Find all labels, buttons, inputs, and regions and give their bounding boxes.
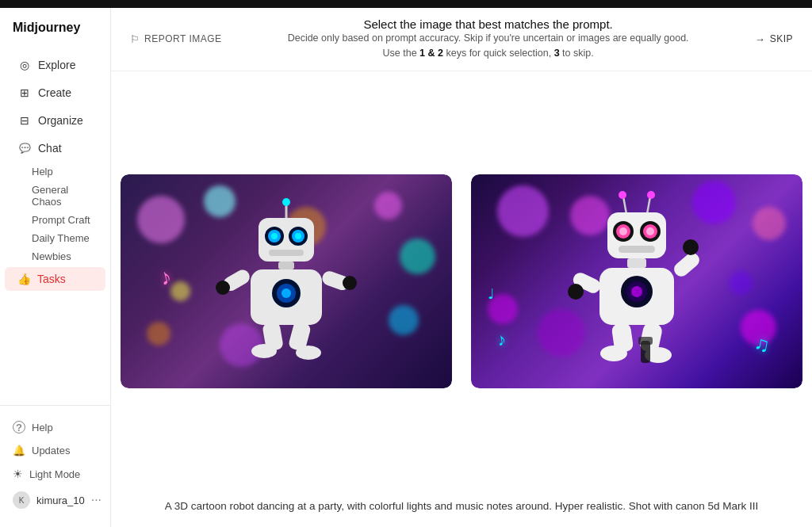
svg-point-46: [600, 346, 627, 361]
avatar: K: [13, 491, 30, 509]
sidebar-nav: Explore Create Organize Chat Help Genera…: [0, 51, 110, 405]
svg-point-33: [646, 227, 654, 235]
prompt-text: A 3D cartoon robot dancing at a party, w…: [165, 500, 759, 512]
main-content: ⚐ REPORT IMAGE Select the image that bes…: [111, 8, 812, 527]
chat-sub-nav: Help General Chaos Prompt Craft Daily Th…: [0, 162, 110, 265]
svg-rect-9: [269, 250, 304, 256]
skip-label: SKIP: [770, 33, 793, 44]
sidebar-item-updates[interactable]: 🔔 Updates: [0, 439, 110, 462]
svg-rect-49: [638, 337, 653, 345]
key-hint-3: 3: [554, 48, 560, 59]
user-row[interactable]: K kimura_10 ···: [0, 486, 110, 514]
header-center: Select the image that best matches the p…: [222, 17, 755, 61]
robot-image-1-bg: ♪: [121, 174, 452, 388]
sidebar-item-help-bottom[interactable]: ? Help: [0, 415, 110, 439]
tasks-label: Tasks: [37, 273, 66, 285]
sidebar-label-create: Create: [38, 86, 71, 99]
light-mode-label: Light Mode: [29, 468, 80, 480]
sun-icon: ☀: [13, 468, 23, 480]
top-bar: [0, 0, 812, 8]
svg-line-23: [623, 197, 626, 214]
svg-rect-34: [619, 246, 655, 253]
report-label: REPORT IMAGE: [144, 33, 222, 44]
sidebar-item-newbies[interactable]: Newbies: [10, 247, 110, 265]
sidebar: Midjourney Explore Create Organize Chat: [0, 8, 111, 527]
svg-point-24: [619, 191, 626, 199]
report-image-button[interactable]: ⚐ REPORT IMAGE: [130, 33, 222, 45]
compass-icon: [17, 58, 32, 72]
skip-button[interactable]: → SKIP: [755, 33, 793, 45]
sidebar-item-tasks[interactable]: 👍 Tasks: [5, 267, 105, 291]
svg-point-1: [282, 198, 290, 206]
chat-icon: [17, 141, 32, 155]
svg-point-43: [568, 284, 584, 300]
sidebar-item-chat[interactable]: Chat: [5, 135, 105, 162]
thumb-icon: 👍: [17, 273, 31, 285]
folder-icon: [17, 113, 32, 128]
report-icon: ⚐: [130, 33, 140, 45]
svg-rect-35: [627, 258, 646, 268]
header-subtitle-2: Use the 1 & 2 keys for quick selection, …: [222, 46, 755, 61]
more-options-icon[interactable]: ···: [91, 493, 102, 507]
help-icon: ?: [13, 421, 25, 433]
sidebar-label-explore: Explore: [38, 59, 75, 71]
app-logo: Midjourney: [0, 21, 110, 51]
sidebar-item-help[interactable]: Help: [10, 162, 110, 181]
sidebar-item-prompt-craft[interactable]: Prompt Craft: [10, 211, 110, 229]
svg-rect-10: [278, 262, 294, 269]
help-bottom-label: Help: [32, 422, 53, 433]
image-card-2[interactable]: ♪ ♫ ♩: [471, 174, 802, 388]
grid-icon: [17, 86, 32, 100]
key-hint-12: 1 & 2: [419, 48, 443, 59]
sidebar-item-create[interactable]: Create: [5, 79, 105, 106]
sidebar-item-light-mode[interactable]: ☀ Light Mode: [0, 462, 110, 486]
arrow-right-icon: →: [755, 33, 765, 45]
svg-point-30: [619, 227, 627, 235]
image-2[interactable]: ♪ ♫ ♩: [471, 174, 802, 388]
username: kimura_10: [36, 495, 85, 506]
sidebar-item-general-chaos[interactable]: General Chaos: [10, 181, 110, 211]
svg-point-5: [271, 233, 278, 239]
svg-rect-40: [671, 250, 702, 280]
svg-line-25: [647, 197, 650, 214]
sidebar-item-organize[interactable]: Organize: [5, 107, 105, 134]
svg-point-41: [683, 239, 699, 255]
header-subtitle-1: Decide only based on prompt accuracy. Sk…: [222, 31, 755, 46]
svg-point-18: [343, 276, 357, 290]
svg-point-39: [631, 286, 642, 297]
robot-svg-1: [215, 194, 358, 369]
svg-point-16: [216, 281, 230, 295]
sidebar-label-chat: Chat: [38, 142, 62, 155]
sidebar-bottom: ? Help 🔔 Updates ☀ Light Mode K kimura_1…: [0, 405, 110, 514]
sidebar-label-organize: Organize: [38, 114, 83, 127]
svg-point-8: [295, 233, 301, 239]
avatar-initial: K: [19, 496, 25, 505]
robot-svg-2: [561, 190, 712, 372]
image-1[interactable]: ♪: [121, 174, 452, 388]
page-title: Select the image that best matches the p…: [222, 17, 755, 31]
prompt-area: A 3D cartoon robot dancing at a party, w…: [111, 492, 812, 527]
sidebar-item-daily-theme[interactable]: Daily Theme: [10, 229, 110, 247]
svg-point-22: [296, 346, 321, 360]
svg-point-21: [251, 344, 277, 358]
updates-label: Updates: [32, 445, 70, 456]
robot-image-2-bg: ♪ ♫ ♩: [471, 174, 802, 388]
svg-point-14: [282, 288, 291, 298]
sidebar-item-explore[interactable]: Explore: [5, 52, 105, 78]
image-card-1[interactable]: ♪: [121, 174, 452, 388]
image-comparison-area: ♪: [111, 71, 812, 492]
bell-icon: 🔔: [13, 445, 25, 456]
svg-point-26: [647, 191, 655, 199]
page-header: ⚐ REPORT IMAGE Select the image that bes…: [111, 8, 812, 71]
